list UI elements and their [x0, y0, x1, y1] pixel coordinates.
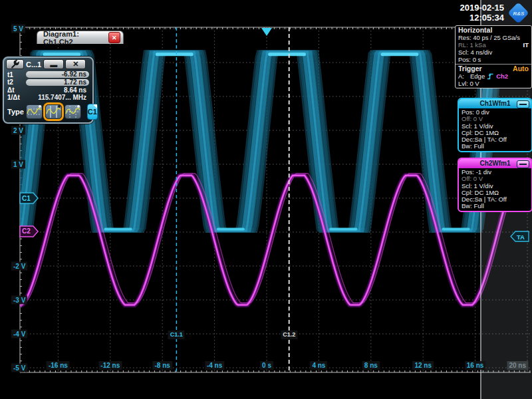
panel-row: Pos: 0 s [456, 56, 531, 63]
tab-close-button[interactable]: ✕ [108, 32, 120, 43]
panel-row: Bw: Full [462, 203, 529, 209]
rs-logo: R&S [507, 2, 530, 25]
svg-text:C2: C2 [22, 227, 31, 235]
cursor-popup-title: C...1 [25, 61, 42, 68]
ch2-panel-header[interactable]: Ch2Wfm1 [459, 159, 531, 168]
trigger-source-row: A: Edge Ch2 [456, 72, 531, 80]
panel-row: RL: 1 kSaIT [456, 41, 531, 49]
ch1-panel-header[interactable]: Ch1Wfm1 [459, 99, 531, 108]
cursor-value-field[interactable]: -6.92 ns [26, 71, 89, 78]
cursor-measurements: t1-6.92 nst21.72 nsΔt8.64 ns1/Δt115.7407… [4, 71, 92, 102]
measurement-row: Δt8.64 ns [4, 86, 92, 94]
oscilloscope-screen: C1C2 5 V2 V1 V-2 V-3 V-4 V-5 V-16 ns-12 … [0, 0, 532, 399]
measurement-row: t21.72 ns [4, 78, 92, 86]
svg-text:C1: C1 [22, 195, 31, 202]
cursor-source-button[interactable]: C1 [87, 104, 98, 120]
trigger-level-row: Lvl: 0 V [456, 80, 531, 87]
close-icon[interactable]: ✕ [65, 59, 86, 69]
measurement-row: t1-6.92 ns [4, 71, 92, 78]
horizontal-cursor-type-button[interactable] [26, 104, 43, 119]
wrench-icon [11, 60, 19, 68]
minimize-button[interactable]: ▬ [43, 59, 64, 69]
trigger-mode-badge: Auto [513, 65, 529, 72]
cursor-results-popup[interactable]: C...1 ▬ ✕ t1-6.92 nst21.72 nsΔt8.64 ns1/… [3, 57, 94, 124]
type-label: Type [7, 108, 24, 116]
trigger-panel-title: Trigger Auto [456, 64, 531, 72]
measurement-result: 8.64 ns [26, 86, 89, 94]
minimize-icon[interactable] [517, 100, 529, 108]
date-text: 2019-02-15 [432, 3, 504, 13]
settings-wrench-button[interactable] [6, 59, 24, 69]
channel-marker-c1[interactable]: C1 [20, 193, 38, 203]
trigger-source-channel: Ch2 [496, 72, 508, 80]
horizontal-panel[interactable]: Horizontal Res: 40 ps / 25 GSa/sRL: 1 kS… [455, 25, 532, 88]
cursor-popup-header: C...1 ▬ ✕ [4, 58, 92, 70]
panel-row: Scl: 4 ns/div [456, 49, 531, 56]
cursor-type-buttons [26, 104, 81, 119]
channel-marker-c2[interactable]: C2 [20, 226, 38, 237]
tab-diagram1[interactable]: Diagram1: Ch1,Ch2 ✕ [37, 31, 124, 44]
panel-row: Bw: Full [462, 143, 529, 150]
trigger-position-marker[interactable] [261, 28, 272, 36]
ch1-waveform-panel[interactable]: Ch1Wfm1 Pos: 0 divOff: 0 VScl: 1 V/divCp… [458, 98, 532, 152]
measurement-result: 115.7407... MHz [26, 94, 89, 101]
cursor-type-row: Type C1 [4, 101, 92, 120]
vertical-cursor-type-button[interactable] [45, 104, 62, 119]
tab-title: Diagram1: Ch1,Ch2 [43, 30, 108, 46]
ch2-waveform-panel[interactable]: Ch2Wfm1 Pos: -1 divOff: 0 VScl: 1 V/divC… [458, 158, 532, 212]
edge-trigger-icon [487, 72, 494, 80]
cursor-value-field[interactable]: 1.72 ns [26, 79, 89, 86]
horizontal-panel-title: Horizontal [456, 27, 531, 34]
time-text: 12:05:34 [432, 13, 504, 23]
datetime-display: 2019-02-15 12:05:34 [432, 3, 504, 23]
measurement-row: 1/Δt115.7407... MHz [4, 94, 92, 101]
panel-row: Res: 40 ps / 25 GSa/s [456, 34, 531, 41]
minimize-icon[interactable] [517, 160, 529, 168]
both-cursor-type-button[interactable] [65, 104, 81, 119]
